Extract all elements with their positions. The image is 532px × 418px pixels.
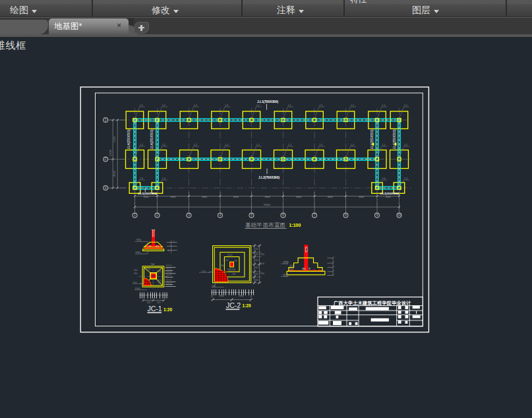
svg-text:1: 1 — [105, 119, 107, 122]
svg-text:J.L4(250X500): J.L4(250X500) — [370, 129, 374, 149]
svg-text:C10: C10 — [133, 282, 137, 284]
svg-text:J.L4(250X500): J.L4(250X500) — [127, 129, 131, 149]
svg-text:700: 700 — [150, 263, 154, 266]
svg-text:1:20: 1:20 — [243, 303, 252, 308]
svg-text:25: 25 — [250, 295, 252, 298]
svg-text:8@150: 8@150 — [166, 268, 172, 270]
svg-text:J.L2(700X300): J.L2(700X300) — [258, 176, 280, 179]
svg-text:J-2: J-2 — [404, 143, 407, 146]
svg-text:5100: 5100 — [113, 136, 116, 142]
svg-text:A: A — [105, 187, 107, 190]
svg-text:J-2: J-2 — [225, 143, 228, 146]
svg-text:2100: 2100 — [260, 262, 265, 265]
svg-text:J-2: J-2 — [162, 143, 165, 146]
svg-text:J-2: J-2 — [382, 143, 385, 146]
svg-text:250: 250 — [134, 269, 138, 272]
svg-text:4800: 4800 — [233, 196, 239, 198]
svg-text:3: 3 — [188, 214, 190, 217]
svg-text:6: 6 — [282, 214, 284, 217]
svg-text:8@150: 8@150 — [166, 284, 172, 286]
svg-text:M10: M10 — [302, 268, 306, 270]
svg-text:1500: 1500 — [135, 287, 140, 290]
svg-text:J-1: J-1 — [225, 104, 228, 107]
svg-text:广西大学土木建筑工程学院毕业设计: 广西大学土木建筑工程学院毕业设计 — [333, 300, 411, 306]
svg-text:DF: DF — [149, 245, 152, 248]
svg-text:J-3: J-3 — [382, 177, 385, 180]
svg-text:9000: 9000 — [136, 251, 141, 254]
svg-text:3300: 3300 — [386, 196, 391, 198]
svg-text:4800: 4800 — [328, 196, 333, 198]
svg-text:25: 25 — [211, 295, 214, 298]
svg-text:J-2: J-2 — [140, 143, 143, 146]
svg-text:J-1: J-1 — [404, 104, 407, 107]
svg-text:350: 350 — [255, 253, 258, 256]
svg-text:1050: 1050 — [260, 272, 265, 275]
svg-text:TB00: TB00 — [136, 239, 141, 241]
svg-text:J-2: J-2 — [351, 143, 354, 146]
svg-text:J-3: J-3 — [162, 177, 165, 180]
svg-text:350: 350 — [255, 266, 258, 269]
svg-text:1050: 1050 — [260, 253, 265, 256]
svg-text:200: 200 — [157, 301, 161, 304]
svg-text:J.L4(250X500): J.L4(250X500) — [393, 129, 396, 149]
svg-text:9: 9 — [376, 214, 378, 217]
svg-text:J-2: J-2 — [194, 143, 197, 146]
svg-text:350: 350 — [255, 259, 258, 262]
svg-text:3300: 3300 — [143, 196, 148, 198]
svg-text:C8: C8 — [235, 260, 237, 262]
svg-text:10200: 10200 — [109, 150, 112, 157]
svg-text:4800: 4800 — [264, 196, 270, 198]
svg-text:2T18: 2T18 — [146, 268, 150, 271]
svg-text:J-1: J-1 — [351, 104, 354, 107]
svg-text:8: 8 — [345, 214, 347, 217]
svg-text:4800: 4800 — [170, 196, 175, 198]
svg-text:350: 350 — [255, 279, 258, 282]
svg-text:8@20: 8@20 — [284, 274, 289, 277]
svg-text:J-1: J-1 — [382, 104, 385, 107]
svg-text:700: 700 — [232, 273, 236, 276]
svg-text:4800: 4800 — [202, 196, 207, 198]
svg-text:4: 4 — [220, 214, 222, 217]
svg-text:C: C — [105, 158, 107, 161]
svg-text:7: 7 — [314, 214, 316, 217]
svg-text:2C14: 2C14 — [227, 254, 233, 256]
svg-text:J-1: J-1 — [288, 104, 291, 107]
svg-text:8@150: 8@150 — [166, 279, 172, 282]
svg-text:J-2: J-2 — [319, 143, 322, 146]
svg-text:4800: 4800 — [359, 196, 364, 198]
svg-text:J-2: J-2 — [256, 143, 260, 146]
svg-text:J.L1(700X300): J.L1(700X300) — [257, 100, 278, 104]
svg-text:J-3: J-3 — [404, 177, 407, 180]
svg-text:C8@200: C8@200 — [227, 268, 236, 271]
svg-text:1:100: 1:100 — [289, 223, 301, 227]
svg-text:J.L4(250X500): J.L4(250X500) — [150, 129, 154, 149]
svg-text:J-1: J-1 — [194, 104, 197, 107]
svg-text:J-1: J-1 — [256, 104, 260, 107]
svg-text:200: 200 — [147, 301, 151, 304]
svg-text:W: W — [309, 268, 310, 270]
svg-text:5: 5 — [251, 214, 252, 217]
svg-text:4100: 4100 — [113, 171, 116, 176]
svg-text:2: 2 — [156, 214, 158, 217]
svg-text:4800: 4800 — [296, 196, 301, 198]
svg-text:10: 10 — [398, 214, 401, 217]
svg-text:T16: T16 — [158, 282, 162, 285]
svg-text:8@150: 8@150 — [166, 274, 172, 277]
svg-text:1800: 1800 — [219, 295, 224, 297]
svg-text:基础平面布置图: 基础平面布置图 — [245, 222, 286, 228]
svg-text:350: 350 — [255, 248, 258, 251]
svg-text:B@5: B@5 — [157, 270, 162, 273]
svg-text:M-8: M-8 — [156, 245, 159, 248]
svg-text:J-1: J-1 — [162, 104, 165, 107]
svg-text:39600: 39600 — [264, 204, 270, 206]
svg-text:350: 350 — [255, 273, 258, 276]
svg-text:1:20: 1:20 — [163, 307, 173, 312]
svg-text:300: 300 — [221, 264, 225, 267]
svg-text:8@150: 8@150 — [166, 271, 172, 274]
svg-text:8@150: 8@150 — [166, 264, 172, 267]
svg-text:J-1: J-1 — [319, 104, 322, 107]
svg-text:J-3: J-3 — [140, 177, 143, 180]
svg-text:1: 1 — [134, 214, 136, 217]
svg-text:J-2: J-2 — [288, 143, 291, 146]
svg-text:1800: 1800 — [239, 295, 244, 297]
